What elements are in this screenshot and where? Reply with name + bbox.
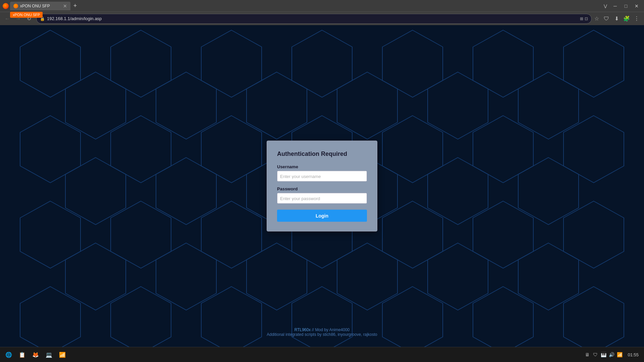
tab-favicon bbox=[13, 4, 18, 8]
login-button[interactable]: Login bbox=[277, 210, 367, 222]
page-footer: RTL960x // Mod by Anime4000 Additional i… bbox=[267, 327, 377, 337]
tray-icon-network[interactable]: 📶 bbox=[616, 351, 623, 358]
pip-icon: ⊞ bbox=[580, 16, 583, 21]
tray-icon-volume[interactable]: 🔊 bbox=[608, 351, 615, 358]
address-bar[interactable]: 🔒 192.168.1.1/admin/login.asp ⊞ ⊡ bbox=[36, 14, 592, 24]
firefox-icon bbox=[3, 3, 9, 9]
taskbar-icon-firefox[interactable]: 🦊 bbox=[30, 349, 42, 361]
footer-line1-rest: // Mod by Anime4000 bbox=[311, 327, 350, 332]
tray-icon-monitor[interactable]: 🖥 bbox=[584, 351, 591, 358]
new-tab-button[interactable]: + bbox=[70, 1, 80, 11]
taskbar-icon-terminal[interactable]: 💻 bbox=[43, 349, 55, 361]
menu-toolbar-button[interactable]: ⋮ bbox=[632, 14, 641, 23]
nav-bar: ← → ↻ 🔒 192.168.1.1/admin/login.asp ⊞ ⊡ … bbox=[0, 12, 644, 25]
taskbar-icon-wifi[interactable]: 📶 bbox=[56, 349, 68, 361]
password-label: Password bbox=[277, 186, 367, 191]
download-toolbar-icon[interactable]: ⬇ bbox=[612, 14, 621, 23]
system-clock: 01:55 bbox=[625, 352, 641, 357]
system-tray: 🖥 🛡 🎹 🔊 📶 01:55 bbox=[584, 351, 641, 358]
tray-icons: 🖥 🛡 🎹 🔊 📶 bbox=[584, 351, 623, 358]
username-input[interactable] bbox=[277, 171, 367, 182]
tab-close-button[interactable]: ✕ bbox=[63, 3, 67, 9]
title-bar: xPON ONU SFP xPON ONU SFP ✕ + ⋁ ─ □ ✕ bbox=[0, 0, 644, 12]
address-text: 192.168.1.1/admin/login.asp bbox=[47, 16, 578, 21]
browser-window: xPON ONU SFP xPON ONU SFP ✕ + ⋁ ─ □ ✕ ← … bbox=[0, 0, 644, 362]
footer-line2: Additional integrated scripts by stich86… bbox=[267, 332, 377, 337]
window-controls: ─ □ ✕ bbox=[610, 1, 641, 11]
form-title: Authentication Required bbox=[277, 150, 367, 158]
page-content: Authentication Required Username Passwor… bbox=[0, 25, 644, 347]
taskbar: 🌐 📋 🦊 💻 📶 🖥 🛡 🎹 🔊 📶 01:55 bbox=[0, 347, 644, 362]
footer-accent: RTL960x bbox=[294, 327, 311, 332]
tab-tooltip: xPON ONU SFP bbox=[10, 12, 43, 18]
browser-tab[interactable]: xPON ONU SFP xPON ONU SFP ✕ bbox=[10, 2, 70, 10]
password-input[interactable] bbox=[277, 193, 367, 204]
footer-line1: RTL960x // Mod by Anime4000 bbox=[267, 327, 377, 332]
taskbar-icon-globe[interactable]: 🌐 bbox=[3, 349, 15, 361]
tray-icon-keyboard[interactable]: 🎹 bbox=[600, 351, 607, 358]
toolbar-icons: 🛡 ⬇ 🧩 ⋮ bbox=[602, 14, 641, 23]
tab-label: xPON ONU SFP bbox=[20, 4, 50, 8]
tray-icon-shield[interactable]: 🛡 bbox=[592, 351, 599, 358]
extensions-toolbar-icon[interactable]: 🧩 bbox=[622, 14, 631, 23]
minimize-button[interactable]: ─ bbox=[610, 1, 620, 11]
reader-icon: ⊡ bbox=[585, 16, 588, 21]
tab-overflow-button[interactable]: ⋁ bbox=[602, 4, 609, 8]
tab-bar: xPON ONU SFP xPON ONU SFP ✕ + bbox=[10, 1, 600, 11]
username-label: Username bbox=[277, 164, 367, 169]
maximize-button[interactable]: □ bbox=[621, 1, 631, 11]
login-dialog: Authentication Required Username Passwor… bbox=[267, 141, 377, 232]
taskbar-icon-clipboard[interactable]: 📋 bbox=[16, 349, 28, 361]
close-button[interactable]: ✕ bbox=[632, 1, 641, 11]
shield-toolbar-icon[interactable]: 🛡 bbox=[602, 14, 611, 23]
address-icons: ⊞ ⊡ bbox=[580, 16, 588, 21]
bookmark-star-icon[interactable]: ☆ bbox=[594, 15, 599, 22]
